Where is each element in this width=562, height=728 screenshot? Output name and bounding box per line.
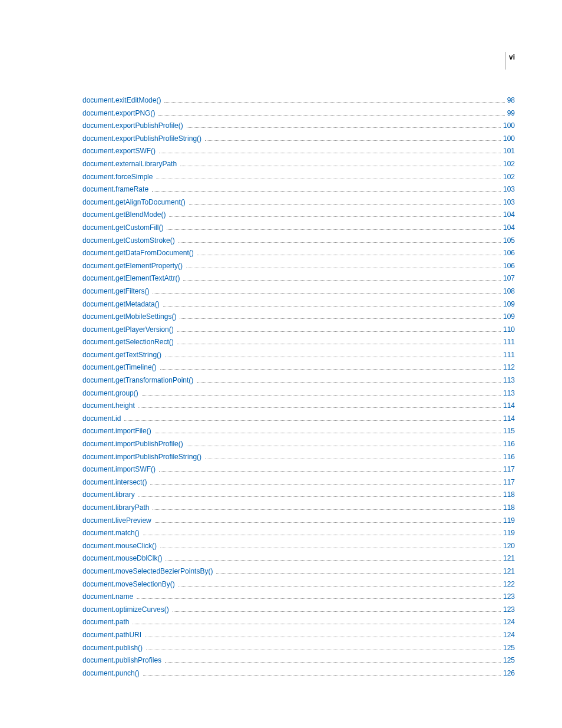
toc-leader-dots [173,607,501,612]
toc-entry-page[interactable]: 120 [503,540,515,553]
toc-leader-dots [160,543,501,548]
toc-entry-label[interactable]: document.livePreview [82,515,151,528]
toc-entry-label[interactable]: document.externalLibraryPath [82,158,177,171]
toc-entry-label[interactable]: document.getElementTextAttr() [82,272,180,285]
toc-entry-label[interactable]: document.importPublishProfileString() [82,451,201,464]
toc-entry-page[interactable]: 111 [503,349,515,362]
toc-entry-page[interactable]: 114 [503,413,515,426]
toc-entry-label[interactable]: document.getTimeline() [82,361,157,374]
toc-entry-label[interactable]: document.getDataFromDocument() [82,247,194,260]
toc-entry-page[interactable]: 118 [503,489,515,502]
toc-entry-label[interactable]: document.match() [82,527,140,540]
toc-entry-page[interactable]: 124 [503,629,515,642]
toc-entry-page[interactable]: 114 [503,400,515,413]
toc-leader-dots [216,569,501,574]
toc-entry: document.moveSelectionBy()122 [82,578,515,591]
toc-entry-label[interactable]: document.height [82,400,135,413]
toc-entry-label[interactable]: document.getSelectionRect() [82,336,174,349]
toc-entry-label[interactable]: document.getCustomStroke() [82,235,175,248]
toc-entry-page[interactable]: 110 [503,324,515,337]
toc-entry-label[interactable]: document.forceSimple [82,171,153,184]
toc-entry-page[interactable]: 98 [507,94,515,107]
toc-entry-page[interactable]: 116 [503,451,515,464]
toc-entry-label[interactable]: document.getMetadata() [82,298,160,311]
toc-entry-page[interactable]: 126 [503,667,515,680]
toc-entry-page[interactable]: 116 [503,438,515,451]
toc-entry-page[interactable]: 119 [503,527,515,540]
toc-entry-label[interactable]: document.exportSWF() [82,145,156,158]
toc-entry-page[interactable]: 106 [503,247,515,260]
toc-entry-label[interactable]: document.libraryPath [82,502,149,515]
toc-entry-page[interactable]: 99 [507,107,515,120]
toc-entry-page[interactable]: 107 [503,272,515,285]
toc-entry-label[interactable]: document.exportPublishProfile() [82,120,183,133]
toc-entry-page[interactable]: 108 [503,285,515,298]
toc-entry-page[interactable]: 106 [503,260,515,273]
toc-entry-label[interactable]: document.intersect() [82,476,147,489]
toc-entry-label[interactable]: document.moveSelectedBezierPointsBy() [82,565,213,578]
toc-entry-label[interactable]: document.importSWF() [82,463,156,476]
toc-entry-label[interactable]: document.getPlayerVersion() [82,324,174,337]
toc-entry-label[interactable]: document.publish() [82,642,143,655]
toc-entry-page[interactable]: 100 [503,133,515,146]
toc-entry-page[interactable]: 100 [503,120,515,133]
toc-entry-page[interactable]: 117 [503,463,515,476]
toc-entry-page[interactable]: 123 [503,604,515,617]
toc-entry-page[interactable]: 109 [503,311,515,324]
toc-entry-page[interactable]: 113 [503,387,515,400]
toc-entry-label[interactable]: document.getElementProperty() [82,260,183,273]
toc-entry-label[interactable]: document.exportPNG() [82,107,155,120]
toc-entry-page[interactable]: 103 [503,196,515,209]
toc-entry-label[interactable]: document.exportPublishProfileString() [82,133,201,146]
toc-entry-page[interactable]: 101 [503,145,515,158]
toc-entry-page[interactable]: 118 [503,502,515,515]
toc-entry-page[interactable]: 121 [503,552,515,565]
toc-entry-label[interactable]: document.getTextString() [82,349,161,362]
toc-entry: document.getSelectionRect()111 [82,336,515,349]
toc-entry-page[interactable]: 113 [503,374,515,387]
toc-entry-page[interactable]: 103 [503,183,515,196]
toc-entry-label[interactable]: document.moveSelectionBy() [82,578,175,591]
toc-entry-page[interactable]: 121 [503,565,515,578]
toc-entry-page[interactable]: 124 [503,616,515,629]
toc-entry-label[interactable]: document.importFile() [82,425,151,438]
toc-entry-page[interactable]: 117 [503,476,515,489]
toc-entry-label[interactable]: document.mouseDblClk() [82,552,162,565]
toc-entry-label[interactable]: document.importPublishProfile() [82,438,183,451]
toc-entry-label[interactable]: document.getCustomFill() [82,222,163,235]
toc-entry-label[interactable]: document.getFilters() [82,285,149,298]
toc-entry-label[interactable]: document.exitEditMode() [82,94,161,107]
toc-entry-page[interactable]: 119 [503,515,515,528]
toc-entry-label[interactable]: document.name [82,591,133,604]
toc-entry-page[interactable]: 104 [503,209,515,222]
toc-entry-page[interactable]: 111 [503,336,515,349]
toc-entry-label[interactable]: document.library [82,489,135,502]
toc-entry-page[interactable]: 109 [503,298,515,311]
toc-entry-label[interactable]: document.getTransformationPoint() [82,374,193,387]
toc-entry-label[interactable]: document.punch() [82,667,140,680]
toc-entry-page[interactable]: 102 [503,171,515,184]
toc-entry: document.getMobileSettings()109 [82,311,515,324]
toc-entry-page[interactable]: 112 [503,361,515,374]
toc-entry-label[interactable]: document.path [82,616,129,629]
toc-entry-label[interactable]: document.mouseClick() [82,540,157,553]
toc-entry-label[interactable]: document.frameRate [82,183,148,196]
toc-entry-label[interactable]: document.id [82,413,121,426]
toc-entry-label[interactable]: document.getMobileSettings() [82,311,176,324]
toc-entry-page[interactable]: 123 [503,591,515,604]
toc-entry: document.exportPNG()99 [82,107,515,120]
toc-entry-label[interactable]: document.getAlignToDocument() [82,196,186,209]
toc-entry-label[interactable]: document.pathURI [82,629,141,642]
toc-entry-page[interactable]: 125 [503,654,515,667]
toc-entry: document.pathURI124 [82,629,515,642]
toc-entry-page[interactable]: 102 [503,158,515,171]
toc-entry-page[interactable]: 125 [503,642,515,655]
toc-entry-label[interactable]: document.group() [82,387,138,400]
toc-entry-page[interactable]: 104 [503,222,515,235]
toc-entry-label[interactable]: document.publishProfiles [82,654,161,667]
toc-entry-page[interactable]: 115 [503,425,515,438]
toc-entry-page[interactable]: 105 [503,235,515,248]
toc-entry-page[interactable]: 122 [503,578,515,591]
toc-entry-label[interactable]: document.optimizeCurves() [82,604,169,617]
toc-entry-label[interactable]: document.getBlendMode() [82,209,166,222]
